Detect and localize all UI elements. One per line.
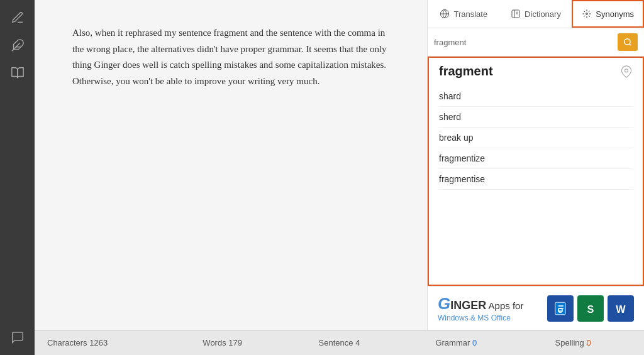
synonym-item[interactable]: fragmentize [439, 148, 633, 169]
spelling-value: 0 [586, 338, 591, 347]
globe-icon [440, 9, 450, 19]
editor-panel: Also, when it rephrased my sentence frag… [35, 0, 427, 330]
grammar-label: Grammar [435, 338, 470, 347]
synonym-word-title: fragment [439, 64, 493, 79]
sharepoint-logo: S [582, 300, 599, 317]
dictionary-label: Dictionary [525, 9, 561, 19]
outlook-icon[interactable]: O [547, 295, 574, 322]
sidebar [0, 0, 35, 355]
synonyms-icon [582, 9, 592, 19]
tab-dictionary[interactable]: Dictionary [500, 0, 572, 28]
main-area: Also, when it rephrased my sentence frag… [35, 0, 644, 355]
ginger-apps: Apps for [486, 300, 523, 311]
tab-translate[interactable]: Translate [428, 0, 500, 28]
svg-text:O: O [558, 306, 564, 314]
svg-text:S: S [587, 303, 594, 314]
spelling-label: Spelling [555, 338, 584, 347]
words-value: 179 [228, 338, 242, 347]
svg-point-5 [586, 13, 588, 15]
pin-icon[interactable] [620, 65, 633, 78]
svg-point-6 [625, 39, 630, 45]
search-button[interactable] [618, 33, 638, 51]
grammar-status: Grammar 0 [397, 338, 514, 347]
synonyms-label: Synonyms [596, 9, 634, 19]
ginger-subtitle: Windows & MS Office [438, 314, 523, 322]
tab-bar: Translate Dictionary [428, 0, 644, 28]
search-input[interactable] [434, 33, 614, 51]
words-label: Words [203, 338, 226, 347]
sentence-label: Sentence [319, 338, 353, 347]
tab-synonyms[interactable]: Synonyms [572, 0, 644, 28]
status-bar: Characters 1263 Words 179 Sentence 4 Gra… [35, 330, 644, 355]
sentence-status: Sentence 4 [281, 338, 398, 347]
sharepoint-icon[interactable]: S [577, 295, 604, 322]
ginger-title: GINGER Apps for [438, 294, 523, 314]
search-bar [428, 28, 644, 57]
spelling-status: Spelling 0 [514, 338, 631, 347]
right-panel: Translate Dictionary [427, 0, 644, 330]
book-icon[interactable] [6, 62, 29, 84]
grammar-value: 0 [472, 338, 477, 347]
word-icon[interactable]: W [608, 295, 634, 322]
svg-rect-4 [512, 10, 519, 18]
synonym-word-header: fragment [439, 64, 633, 79]
ginger-banner: GINGER Apps for Windows & MS Office O [428, 286, 644, 330]
sentence-value: 4 [355, 338, 360, 347]
feather-icon[interactable] [6, 34, 29, 57]
characters-label: Characters [47, 338, 87, 347]
characters-value: 1263 [89, 338, 108, 347]
app-icons: O S W [547, 295, 634, 322]
ginger-logo-area: GINGER Apps for Windows & MS Office [438, 294, 523, 322]
synonym-item[interactable]: shard [439, 86, 633, 107]
synonym-item[interactable]: fragmentise [439, 169, 633, 190]
translate-label: Translate [453, 9, 487, 19]
words-status: Words 179 [164, 338, 281, 347]
chat-icon[interactable] [6, 326, 29, 349]
synonym-item[interactable]: break up [439, 128, 633, 148]
svg-text:W: W [616, 303, 626, 314]
synonyms-content: fragment shard sherd break up fragmentiz… [428, 57, 644, 286]
editor-text: Also, when it rephrased my sentence frag… [72, 25, 389, 89]
ginger-g: G [438, 294, 450, 313]
characters-status: Characters 1263 [47, 338, 164, 347]
svg-line-7 [630, 44, 631, 46]
synonym-item[interactable]: sherd [439, 107, 633, 128]
outlook-logo: O [552, 300, 569, 317]
dictionary-icon [511, 9, 521, 19]
search-icon [623, 38, 632, 46]
svg-point-8 [625, 68, 628, 72]
pen-icon[interactable] [6, 6, 29, 29]
word-logo: W [613, 300, 629, 317]
ginger-inger: INGER [450, 299, 486, 312]
